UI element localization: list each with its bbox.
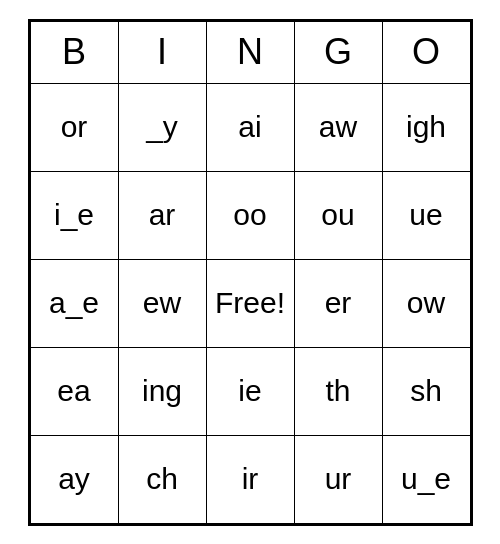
table-cell: ue	[382, 171, 470, 259]
header-cell: N	[206, 21, 294, 83]
table-cell: ay	[30, 435, 118, 523]
table-row: aychiruru_e	[30, 435, 470, 523]
table-cell: ar	[118, 171, 206, 259]
table-cell: er	[294, 259, 382, 347]
table-cell: ew	[118, 259, 206, 347]
table-cell: sh	[382, 347, 470, 435]
table-cell: ea	[30, 347, 118, 435]
table-row: eaingiethsh	[30, 347, 470, 435]
table-cell: ch	[118, 435, 206, 523]
header-row: BINGO	[30, 21, 470, 83]
table-cell: ie	[206, 347, 294, 435]
table-row: i_earooouue	[30, 171, 470, 259]
table-cell: a_e	[30, 259, 118, 347]
bingo-card: BINGO or_yaiawighi_earooouuea_eewFree!er…	[28, 19, 473, 526]
table-cell: or	[30, 83, 118, 171]
table-cell: aw	[294, 83, 382, 171]
table-cell: Free!	[206, 259, 294, 347]
table-cell: _y	[118, 83, 206, 171]
table-cell: igh	[382, 83, 470, 171]
header-cell: B	[30, 21, 118, 83]
table-row: a_eewFree!erow	[30, 259, 470, 347]
table-cell: ing	[118, 347, 206, 435]
table-cell: ur	[294, 435, 382, 523]
table-cell: ou	[294, 171, 382, 259]
table-cell: ir	[206, 435, 294, 523]
table-cell: oo	[206, 171, 294, 259]
table-cell: ow	[382, 259, 470, 347]
table-cell: u_e	[382, 435, 470, 523]
header-cell: I	[118, 21, 206, 83]
table-cell: ai	[206, 83, 294, 171]
bingo-table: BINGO or_yaiawighi_earooouuea_eewFree!er…	[30, 21, 471, 524]
table-row: or_yaiawigh	[30, 83, 470, 171]
header-cell: O	[382, 21, 470, 83]
table-cell: th	[294, 347, 382, 435]
header-cell: G	[294, 21, 382, 83]
table-cell: i_e	[30, 171, 118, 259]
